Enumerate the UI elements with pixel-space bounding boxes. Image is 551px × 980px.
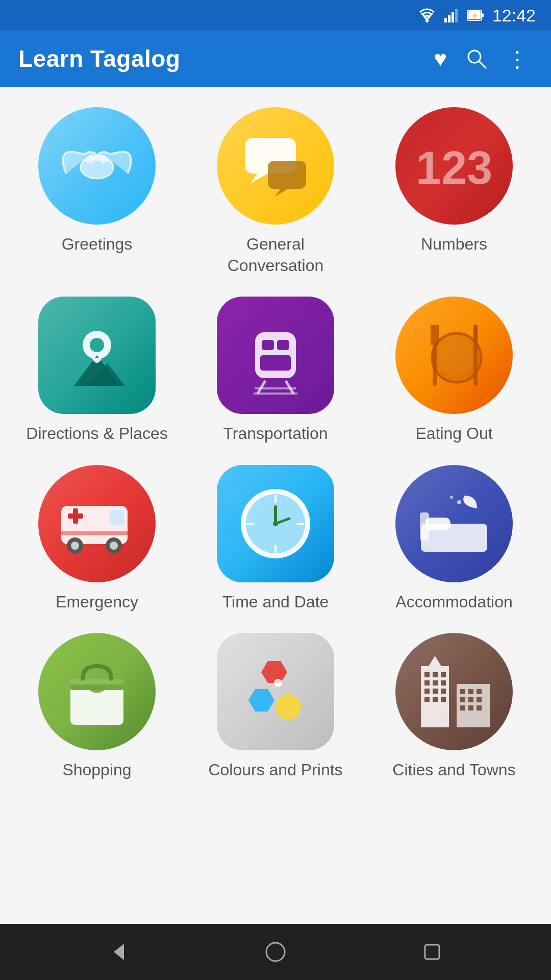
grid-item-time[interactable]: Time and Date (189, 460, 362, 618)
svg-point-66 (276, 694, 301, 720)
svg-rect-78 (441, 689, 446, 694)
svg-rect-58 (420, 512, 429, 541)
svg-rect-7 (455, 9, 458, 22)
transportation-label: Transportation (223, 423, 328, 445)
svg-rect-88 (477, 697, 482, 702)
svg-point-36 (439, 340, 474, 376)
shopping-icon (38, 633, 156, 750)
svg-rect-5 (448, 15, 450, 22)
svg-rect-89 (460, 705, 465, 710)
directions-icon (38, 297, 156, 414)
numbers-icon: 123 (395, 107, 513, 225)
grid-item-cities[interactable]: Cities and Towns (367, 628, 541, 786)
emergency-label: Emergency (56, 592, 138, 613)
svg-point-60 (450, 496, 453, 499)
svg-point-3 (425, 19, 429, 22)
svg-marker-64 (261, 661, 287, 683)
shopping-label: Shopping (62, 760, 131, 781)
svg-line-29 (286, 381, 293, 394)
svg-marker-65 (248, 689, 274, 712)
grid-item-shopping[interactable]: Shopping (10, 628, 184, 786)
svg-rect-46 (61, 531, 128, 535)
svg-rect-25 (262, 340, 274, 350)
numbers-label: Numbers (421, 234, 487, 255)
grid-item-accommodation[interactable]: Accommodation (367, 460, 541, 618)
cities-icon (395, 633, 513, 750)
back-button[interactable] (97, 936, 140, 968)
greetings-icon (38, 107, 156, 225)
svg-rect-70 (424, 672, 430, 677)
svg-rect-41 (110, 510, 124, 525)
svg-point-45 (110, 542, 118, 550)
svg-rect-26 (277, 340, 289, 350)
svg-rect-17 (268, 161, 306, 189)
svg-rect-4 (444, 18, 447, 22)
time-icon (217, 465, 334, 582)
svg-rect-33 (431, 325, 433, 345)
grid-item-conversation[interactable]: GeneralConversation (189, 102, 362, 281)
signal-icon (444, 8, 459, 22)
svg-rect-90 (468, 705, 473, 710)
grid-item-eating[interactable]: Eating Out (367, 291, 541, 450)
favorite-button[interactable]: ♥ (430, 42, 451, 76)
conversation-icon (217, 107, 334, 225)
svg-rect-77 (433, 689, 438, 694)
svg-point-59 (457, 500, 461, 504)
svg-rect-87 (468, 697, 473, 702)
svg-point-67 (274, 679, 282, 687)
grid-item-numbers[interactable]: 123 Numbers (367, 102, 541, 281)
svg-point-43 (71, 542, 79, 550)
grid-item-greetings[interactable]: Greetings (10, 102, 184, 281)
svg-rect-79 (424, 697, 430, 702)
grid-item-directions[interactable]: Directions & Places (10, 291, 184, 450)
category-grid: Greetings GeneralConversation 123 (10, 102, 541, 786)
svg-marker-16 (250, 174, 268, 184)
app-bar: Learn Tagalog ♥ ⋮ (0, 31, 551, 87)
eating-label: Eating Out (415, 423, 492, 445)
svg-point-55 (273, 521, 278, 526)
app-title: Learn Tagalog (18, 45, 419, 72)
svg-marker-69 (429, 656, 441, 666)
svg-rect-85 (477, 689, 482, 694)
svg-text:123: 123 (416, 142, 492, 193)
svg-marker-92 (114, 944, 124, 960)
time-label: Time and Date (222, 592, 329, 613)
home-button[interactable] (254, 936, 297, 968)
svg-rect-40 (73, 508, 78, 524)
wifi-icon (418, 8, 436, 22)
svg-rect-81 (441, 697, 446, 702)
accommodation-label: Accommodation (395, 592, 512, 613)
svg-line-13 (479, 61, 486, 68)
grid-item-colours[interactable]: Colours and Prints (189, 628, 362, 786)
emergency-icon (38, 465, 156, 582)
accommodation-icon (395, 465, 513, 582)
svg-rect-74 (433, 680, 438, 685)
svg-rect-73 (424, 680, 430, 685)
conversation-label: GeneralConversation (228, 234, 324, 276)
cities-label: Cities and Towns (392, 760, 515, 781)
svg-rect-9 (482, 13, 484, 17)
eating-icon (395, 297, 513, 414)
svg-point-21 (90, 338, 104, 352)
search-button[interactable] (461, 43, 492, 74)
main-content: Greetings GeneralConversation 123 (0, 87, 551, 924)
recents-button[interactable] (411, 936, 454, 968)
more-options-button[interactable]: ⋮ (502, 42, 533, 76)
svg-rect-72 (441, 672, 446, 677)
colours-icon (217, 633, 334, 750)
svg-marker-18 (274, 189, 288, 197)
grid-item-emergency[interactable]: Emergency (10, 460, 184, 618)
status-bar: ⚡ 12:42 (0, 0, 551, 31)
grid-item-transportation[interactable]: Transportation (189, 291, 362, 450)
status-time: 12:42 (492, 6, 536, 26)
bottom-nav (0, 924, 551, 980)
svg-rect-94 (425, 945, 439, 959)
svg-rect-71 (433, 672, 438, 677)
svg-rect-76 (424, 689, 430, 694)
svg-rect-86 (460, 697, 465, 702)
svg-line-28 (258, 381, 265, 394)
transportation-icon (217, 297, 334, 414)
svg-rect-75 (441, 680, 446, 685)
directions-label: Directions & Places (26, 423, 167, 445)
battery-icon: ⚡ (467, 8, 484, 22)
